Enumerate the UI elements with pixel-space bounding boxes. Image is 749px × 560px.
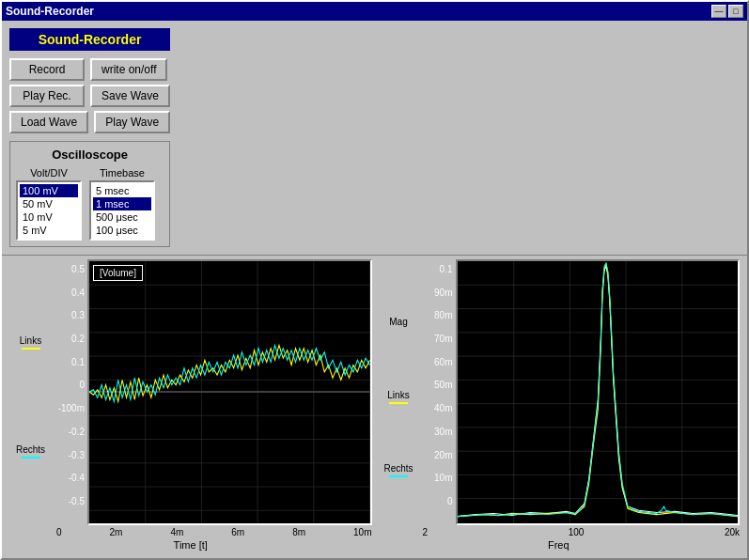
waveform-x-axis: 0 2m 4m 6m 8m 10m (9, 525, 372, 537)
freq-x-axis: 2 100 20k (378, 525, 741, 537)
waveform-x-title: Time [t] (9, 537, 372, 551)
freq-rechts-legend: Rechts (378, 463, 420, 477)
osc-controls: Volt/DIV 100 mV 50 mV 10 mV 5 mV Timebas… (16, 167, 164, 241)
timebase-listbox[interactable]: 5 msec 1 msec 500 μsec 100 μsec (89, 180, 155, 241)
bottom-panel: Links Rechts 0.5 0.4 0.3 0.2 (2, 255, 747, 558)
volt-div-item-2[interactable]: 10 mV (20, 210, 78, 224)
btn-row-2: Play Rec. Save Wave (9, 85, 170, 107)
window-title: Sound-Recorder (6, 5, 94, 18)
freq-rechts-line (389, 475, 408, 477)
freq-links-legend: Links (378, 390, 420, 404)
volt-div-item-0[interactable]: 100 mV (20, 184, 78, 197)
freq-links-line (389, 402, 408, 404)
timebase-item-0[interactable]: 5 msec (93, 184, 151, 197)
freq-y-labels: 0.1 90m 80m 70m 60m 50m 40m 30m 20m 10m … (420, 259, 456, 525)
links-legend: Links (9, 335, 52, 350)
waveform-side-legend: Links Rechts (9, 259, 52, 525)
volt-div-label: Volt/DIV (16, 167, 82, 179)
timebase-group: Timebase 5 msec 1 msec 500 μsec 100 μsec (89, 167, 155, 241)
write-on-off-button[interactable]: write on/off (90, 58, 167, 81)
play-rec-button[interactable]: Play Rec. (9, 85, 85, 107)
waveform-chart-wrapper: Links Rechts 0.5 0.4 0.3 0.2 (9, 259, 372, 551)
links-line (22, 348, 40, 350)
waveform-y-labels: 0.5 0.4 0.3 0.2 0.1 0 -100m -0.2 -0.3 -0… (52, 259, 87, 525)
play-wave-button[interactable]: Play Wave (94, 111, 170, 133)
rechts-legend: Rechts (9, 444, 52, 459)
timebase-item-1[interactable]: 1 msec (93, 197, 151, 210)
app-title: Sound-Recorder (9, 28, 170, 51)
freq-chart-wrapper: Mag Links Rechts 0.1 90m (378, 259, 741, 551)
freq-links-label: Links (387, 390, 409, 400)
links-label: Links (20, 335, 41, 346)
freq-chart (456, 259, 741, 525)
load-wave-button[interactable]: Load Wave (9, 111, 88, 133)
freq-chart-area (458, 261, 739, 523)
waveform-chart-main: Links Rechts 0.5 0.4 0.3 0.2 (9, 259, 372, 525)
minimize-button[interactable]: — (711, 5, 726, 18)
freq-svg (458, 261, 739, 523)
mag-label: Mag (378, 317, 420, 331)
controls-section: Sound-Recorder Record write on/off Play … (9, 28, 170, 247)
top-panel: Sound-Recorder Record write on/off Play … (2, 21, 747, 255)
save-wave-button[interactable]: Save Wave (90, 85, 170, 107)
timebase-label: Timebase (89, 167, 155, 179)
timebase-item-2[interactable]: 500 μsec (93, 210, 151, 224)
btn-row-1: Record write on/off (9, 58, 170, 81)
btn-row-3: Load Wave Play Wave (9, 111, 170, 133)
freq-x-title: Freq (378, 537, 741, 551)
waveform-chart: [Volume] (87, 259, 372, 525)
rechts-label: Rechts (16, 444, 45, 455)
freq-chart-main: Mag Links Rechts 0.1 90m (378, 259, 741, 525)
main-window: Sound-Recorder — □ Sound-Recorder Record… (0, 0, 749, 560)
title-bar: Sound-Recorder — □ (2, 2, 747, 21)
volt-div-group: Volt/DIV 100 mV 50 mV 10 mV 5 mV (16, 167, 82, 241)
content-area: Sound-Recorder Record write on/off Play … (2, 21, 747, 558)
waveform-chart-area: [Volume] (89, 261, 370, 523)
waveform-svg (89, 261, 370, 523)
maximize-button[interactable]: □ (728, 5, 743, 18)
freq-side-legend: Mag Links Rechts (378, 259, 420, 525)
oscilloscope-section: Oscilloscope Volt/DIV 100 mV 50 mV 10 mV… (9, 141, 170, 247)
oscilloscope-title: Oscilloscope (16, 148, 164, 162)
freq-rechts-label: Rechts (383, 463, 413, 474)
title-controls: — □ (711, 5, 743, 18)
volt-div-item-1[interactable]: 50 mV (20, 197, 78, 210)
timebase-item-3[interactable]: 100 μsec (93, 224, 151, 237)
record-button[interactable]: Record (9, 58, 85, 81)
volt-div-item-3[interactable]: 5 mV (20, 224, 78, 237)
volt-div-listbox[interactable]: 100 mV 50 mV 10 mV 5 mV (16, 180, 82, 241)
rechts-line (22, 457, 40, 459)
